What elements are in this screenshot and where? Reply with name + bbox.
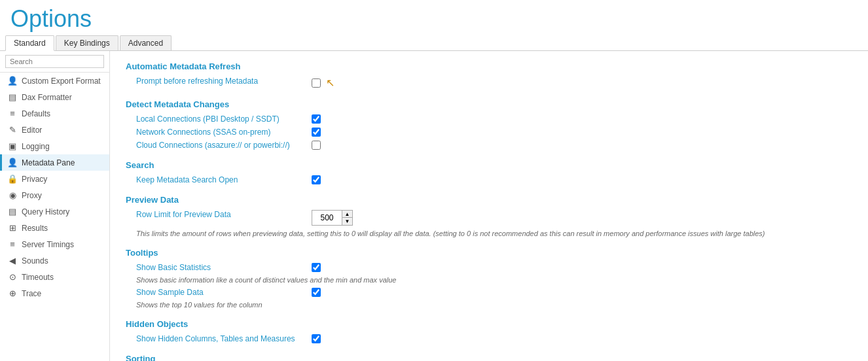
setting-label-network-connections: Network Connections (SSAS on-prem) [136, 128, 306, 137]
sidebar-items-container: 👤Custom Export Format▤Dax Formatter≡Defa… [0, 73, 109, 301]
setting-control-row-limit: ▲▼ [312, 210, 353, 226]
custom-export-format-icon: 👤 [7, 76, 18, 86]
checkbox-show-hidden[interactable] [312, 334, 321, 343]
sidebar-item-timeouts[interactable]: ⊙Timeouts [0, 269, 109, 285]
sidebar-label-results: Results [22, 224, 48, 233]
tab-standard[interactable]: Standard [5, 35, 54, 51]
checkbox-network-connections[interactable] [312, 128, 321, 137]
setting-control-show-hidden [312, 334, 321, 343]
section-title-hidden-objects: Hidden Objects [126, 319, 852, 329]
spinner-row-limit: ▲▼ [312, 210, 353, 226]
setting-control-show-basic-statistics [312, 263, 321, 272]
sidebar-item-trace[interactable]: ⊕Trace [0, 285, 109, 301]
logging-icon: ▣ [7, 141, 18, 151]
tab-advanced[interactable]: Advanced [120, 35, 172, 50]
setting-row-show-basic-statistics: Show Basic Statistics [126, 263, 852, 272]
section-title-search: Search [126, 160, 852, 170]
search-input[interactable] [5, 55, 104, 68]
editor-icon: ✎ [7, 125, 18, 135]
setting-row-show-sample-data: Show Sample Data [126, 288, 852, 297]
search-box [0, 51, 109, 73]
setting-row-prompt-before-refresh: Prompt before refreshing Metadata↖ [126, 77, 852, 89]
sidebar-label-proxy: Proxy [22, 191, 42, 200]
setting-label-show-hidden: Show Hidden Columns, Tables and Measures [136, 334, 306, 343]
sidebar-label-defaults: Defaults [22, 109, 50, 118]
server-timings-icon: ≡ [7, 239, 18, 249]
setting-control-network-connections [312, 128, 321, 137]
app-container: Options StandardKey BindingsAdvanced 👤Cu… [0, 0, 868, 361]
checkbox-show-sample-data[interactable] [312, 288, 321, 297]
setting-control-show-sample-data [312, 288, 321, 297]
checkbox-prompt-before-refresh[interactable] [312, 78, 321, 88]
sidebar-item-proxy[interactable]: ◉Proxy [0, 187, 109, 203]
sidebar-item-query-history[interactable]: ▤Query History [0, 203, 109, 220]
sidebar-item-editor[interactable]: ✎Editor [0, 122, 109, 138]
setting-row-network-connections: Network Connections (SSAS on-prem) [126, 128, 852, 137]
sidebar-item-logging[interactable]: ▣Logging [0, 138, 109, 154]
sidebar-label-custom-export-format: Custom Export Format [22, 77, 101, 86]
setting-label-local-connections: Local Connections (PBI Desktop / SSDT) [136, 114, 306, 124]
main-content: 👤Custom Export Format▤Dax Formatter≡Defa… [0, 51, 868, 361]
setting-control-local-connections [312, 114, 321, 124]
setting-label-show-sample-data: Show Sample Data [136, 288, 306, 297]
spinner-down-row-limit[interactable]: ▼ [342, 218, 352, 225]
setting-label-prompt-before-refresh: Prompt before refreshing Metadata [136, 77, 306, 86]
sidebar-item-custom-export-format[interactable]: 👤Custom Export Format [0, 73, 109, 89]
results-icon: ⊞ [7, 223, 18, 233]
section-title-tooltips: Tooltips [126, 248, 852, 258]
section-title-sorting: Sorting [126, 354, 852, 361]
trace-icon: ⊕ [7, 288, 18, 298]
sidebar-item-server-timings[interactable]: ≡Server Timings [0, 236, 109, 252]
setting-row-cloud-connections: Cloud Connections (asazure:// or powerbi… [126, 141, 852, 150]
sidebar: 👤Custom Export Format▤Dax Formatter≡Defa… [0, 51, 110, 361]
metadata-pane-icon: 👤 [7, 158, 18, 167]
setting-row-row-limit: Row Limit for Preview Data▲▼ [126, 210, 852, 226]
sidebar-label-query-history: Query History [22, 207, 69, 216]
sidebar-item-defaults[interactable]: ≡Defaults [0, 105, 109, 122]
section-title-detect-metadata-changes: Detect Metadata Changes [126, 99, 852, 109]
spinner-up-row-limit[interactable]: ▲ [342, 211, 352, 218]
setting-row-show-hidden: Show Hidden Columns, Tables and Measures [126, 334, 852, 343]
sidebar-label-privacy: Privacy [22, 175, 47, 184]
setting-label-row-limit: Row Limit for Preview Data [136, 210, 306, 219]
setting-row-keep-metadata-search-open: Keep Metadata Search Open [126, 175, 852, 184]
section-title-preview-data: Preview Data [126, 195, 852, 205]
setting-description-show-sample-data: Shows the top 10 values for the column [136, 301, 852, 309]
cursor-indicator: ↖ [326, 77, 335, 89]
sidebar-label-logging: Logging [22, 142, 50, 151]
dax-formatter-icon: ▤ [7, 92, 18, 102]
checkbox-local-connections[interactable] [312, 114, 321, 124]
sidebar-item-metadata-pane[interactable]: 👤Metadata Pane [0, 154, 109, 171]
query-history-icon: ▤ [7, 207, 18, 216]
sidebar-item-results[interactable]: ⊞Results [0, 220, 109, 236]
setting-control-prompt-before-refresh: ↖ [312, 77, 335, 89]
setting-label-cloud-connections: Cloud Connections (asazure:// or powerbi… [136, 141, 306, 150]
timeouts-icon: ⊙ [7, 272, 18, 282]
sidebar-item-privacy[interactable]: 🔒Privacy [0, 171, 109, 187]
section-title-automatic-metadata-refresh: Automatic Metadata Refresh [126, 61, 852, 71]
privacy-icon: 🔒 [7, 174, 18, 184]
sidebar-item-dax-formatter[interactable]: ▤Dax Formatter [0, 89, 109, 105]
setting-label-show-basic-statistics: Show Basic Statistics [136, 263, 306, 272]
setting-control-keep-metadata-search-open [312, 175, 321, 184]
tab-keybindings[interactable]: Key Bindings [56, 35, 118, 50]
checkbox-cloud-connections[interactable] [312, 141, 321, 150]
sidebar-label-timeouts: Timeouts [22, 273, 54, 282]
spinner-input-row-limit[interactable] [312, 212, 342, 224]
sidebar-label-dax-formatter: Dax Formatter [22, 93, 72, 102]
sidebar-label-metadata-pane: Metadata Pane [22, 158, 75, 167]
section-note-preview-data: This limits the amount of rows when prev… [136, 230, 852, 237]
sidebar-label-editor: Editor [22, 126, 42, 135]
sidebar-item-sounds[interactable]: ◀Sounds [0, 252, 109, 269]
checkbox-show-basic-statistics[interactable] [312, 263, 321, 272]
setting-label-keep-metadata-search-open: Keep Metadata Search Open [136, 175, 306, 184]
setting-description-show-basic-statistics: Shows basic information like a count of … [136, 276, 852, 284]
sidebar-label-server-timings: Server Timings [22, 240, 74, 249]
checkbox-keep-metadata-search-open[interactable] [312, 175, 321, 184]
content-panel: Automatic Metadata RefreshPrompt before … [110, 51, 868, 361]
setting-row-local-connections: Local Connections (PBI Desktop / SSDT) [126, 114, 852, 124]
defaults-icon: ≡ [7, 109, 18, 118]
setting-control-cloud-connections [312, 141, 321, 150]
sounds-icon: ◀ [7, 256, 18, 266]
page-title: Options [0, 0, 868, 35]
